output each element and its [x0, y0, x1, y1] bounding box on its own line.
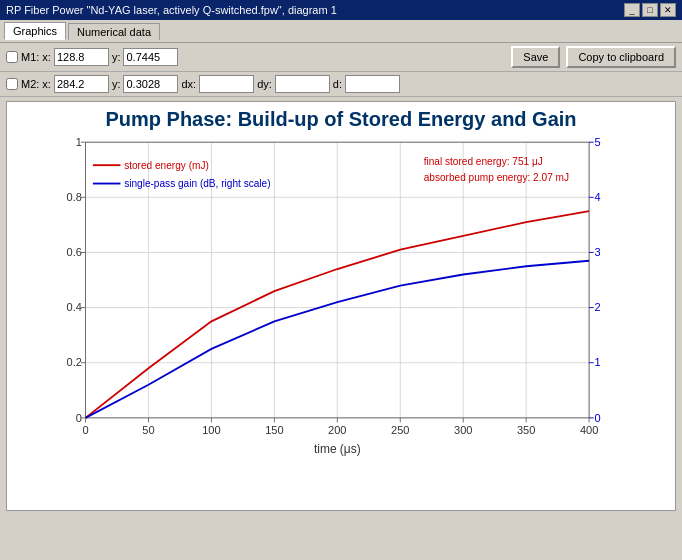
x-tick-100: 100 [202, 424, 220, 436]
close-button[interactable]: ✕ [660, 3, 676, 17]
y-left-1: 1 [76, 136, 82, 148]
m2-dx-label: dx: [181, 78, 196, 90]
x-tick-300: 300 [454, 424, 472, 436]
title-bar: RP Fiber Power "Nd-YAG laser, actively Q… [0, 0, 682, 20]
legend: stored energy (mJ) single-pass gain (dB,… [93, 160, 271, 189]
m1-label: M1: [21, 51, 39, 63]
m2-checkbox[interactable] [6, 78, 18, 90]
m2-d-input[interactable] [345, 75, 400, 93]
tab-numerical[interactable]: Numerical data [68, 23, 160, 40]
m1-x-input[interactable] [54, 48, 109, 66]
window-controls: _ □ ✕ [624, 3, 676, 17]
legend-gain: single-pass gain (dB, right scale) [124, 178, 270, 189]
m1-y-label: y: [112, 51, 121, 63]
m2-x-label: x: [42, 78, 51, 90]
maximize-button[interactable]: □ [642, 3, 658, 17]
x-tick-350: 350 [517, 424, 535, 436]
y-left-02: 0.2 [67, 356, 82, 368]
chart-annotations: final stored energy: 751 μJ absorbed pum… [424, 156, 569, 183]
m2-label: M2: [21, 78, 39, 90]
annotation-pump-energy: absorbed pump energy: 2.07 mJ [424, 172, 569, 183]
marker2-row: M2: x: y: dx: dy: d: [6, 75, 400, 93]
y-left-0: 0 [76, 412, 82, 424]
chart-container: Pump Phase: Build-up of Stored Energy an… [6, 101, 676, 511]
y-left-04: 0.4 [67, 301, 82, 313]
marker1-row: M1: x: y: [6, 48, 178, 66]
m1-y-input[interactable] [123, 48, 178, 66]
m2-y-label: y: [112, 78, 121, 90]
m2-dx-input[interactable] [199, 75, 254, 93]
x-tick-50: 50 [142, 424, 154, 436]
m2-dy-label: dy: [257, 78, 272, 90]
x-tick-150: 150 [265, 424, 283, 436]
y-right-4: 4 [595, 191, 601, 203]
m2-x-input[interactable] [54, 75, 109, 93]
y-left-06: 0.6 [67, 246, 82, 258]
annotation-stored-energy: final stored energy: 751 μJ [424, 156, 543, 167]
copy-button[interactable]: Copy to clipboard [566, 46, 676, 68]
legend-stored-energy: stored energy (mJ) [124, 160, 209, 171]
m1-x-label: x: [42, 51, 51, 63]
window-title: RP Fiber Power "Nd-YAG laser, actively Q… [6, 4, 337, 16]
m1-checkbox[interactable] [6, 51, 18, 63]
minimize-button[interactable]: _ [624, 3, 640, 17]
y-right-5: 5 [595, 136, 601, 148]
y-left-08: 0.8 [67, 191, 82, 203]
x-tick-250: 250 [391, 424, 409, 436]
x-tick-400: 400 [580, 424, 598, 436]
save-button[interactable]: Save [511, 46, 560, 68]
x-tick-200: 200 [328, 424, 346, 436]
y-right-1: 1 [595, 356, 601, 368]
m2-dy-input[interactable] [275, 75, 330, 93]
m2-y-input[interactable] [123, 75, 178, 93]
chart-svg: 0 0.2 0.4 0.6 0.8 1 0 1 2 3 4 5 0 50 100… [7, 133, 675, 473]
y-right-2: 2 [595, 301, 601, 313]
chart-title: Pump Phase: Build-up of Stored Energy an… [7, 102, 675, 133]
x-axis-title: time (μs) [314, 442, 361, 456]
y-right-0: 0 [595, 412, 601, 424]
x-tick-0: 0 [82, 424, 88, 436]
y-right-3: 3 [595, 246, 601, 258]
tab-bar: Graphics Numerical data [0, 20, 682, 43]
tab-graphics[interactable]: Graphics [4, 22, 66, 40]
m2-d-label: d: [333, 78, 342, 90]
